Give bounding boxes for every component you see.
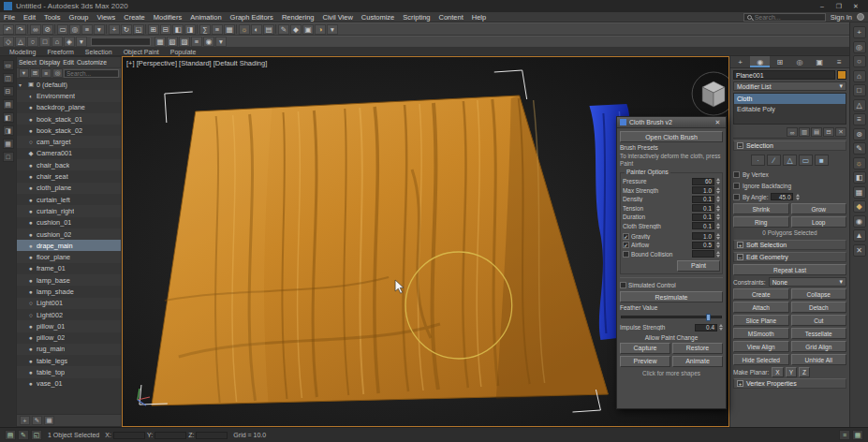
command-panel-tab[interactable]: ◎ xyxy=(790,56,810,67)
expand-arrow[interactable]: ▾ xyxy=(19,81,25,88)
explorer-menu-item[interactable]: Edit xyxy=(63,59,74,66)
dialog-action-button[interactable]: Animate xyxy=(672,356,723,367)
scene-object-row[interactable]: ● curtain_left xyxy=(17,194,121,205)
toolbar-icon[interactable]: ▾ xyxy=(94,24,105,35)
status-bar-icon[interactable]: ✎ xyxy=(18,430,29,440)
slider-thumb[interactable] xyxy=(706,314,711,321)
status-bar-icon[interactable]: ≡ xyxy=(839,430,850,440)
menu-item[interactable]: Views xyxy=(93,13,119,22)
dialog-title-bar[interactable]: Cloth Brush v2 ✕ xyxy=(617,117,726,128)
toolbar-icon[interactable]: ◈ xyxy=(64,37,75,47)
toolbar-icon[interactable]: ⊞ xyxy=(148,24,159,35)
explorer-footer-icon[interactable]: + xyxy=(20,416,30,425)
menu-item[interactable]: Help xyxy=(468,13,490,22)
subobject-mode-icon[interactable]: · xyxy=(751,155,765,166)
scene-object-row[interactable]: ● book_stack_02 xyxy=(17,125,121,136)
make-planar-axis-button[interactable]: X xyxy=(772,367,783,377)
make-planar-axis-button[interactable]: Z xyxy=(799,367,810,377)
feather-slider[interactable] xyxy=(620,313,723,321)
menu-item[interactable]: Animation xyxy=(186,13,225,22)
edit-geometry-button[interactable]: MSmooth xyxy=(733,328,789,339)
toolbar-icon[interactable]: ▦ xyxy=(154,37,166,47)
ignore-backfacing-checkbox[interactable] xyxy=(733,183,740,189)
paint-button[interactable]: Paint xyxy=(677,260,720,272)
status-bar-icon[interactable]: ▦ xyxy=(852,430,863,440)
layout-tab-icon[interactable]: ▦ xyxy=(3,139,14,149)
close-button[interactable]: ✕ xyxy=(847,1,864,12)
stack-tool-icon[interactable]: ▥ xyxy=(799,127,810,137)
edit-geometry-button[interactable]: Attach xyxy=(733,302,789,313)
checkbox[interactable]: ✓ xyxy=(623,242,629,248)
explorer-tool-icon[interactable]: ⊞ xyxy=(30,68,40,78)
right-strip-icon[interactable]: ≡ xyxy=(853,113,866,125)
modifier-stack-item[interactable]: Editable Poly xyxy=(734,104,846,114)
right-strip-icon[interactable]: ⌂ xyxy=(853,70,866,82)
scene-object-row[interactable]: ● lamp_base xyxy=(17,274,121,286)
right-strip-icon[interactable]: ✎ xyxy=(853,142,866,155)
right-strip-icon[interactable]: △ xyxy=(853,99,866,111)
explorer-tool-icon[interactable]: ≡ xyxy=(41,68,51,78)
stack-tool-icon[interactable]: ⊟ xyxy=(823,127,834,137)
dialog-action-button[interactable]: Preview xyxy=(620,356,670,367)
command-panel-tab[interactable]: ▣ xyxy=(810,56,830,67)
toolbar-icon[interactable]: ◎ xyxy=(69,24,81,35)
edit-geometry-button[interactable]: Tessellate xyxy=(791,328,847,339)
stack-tool-icon[interactable]: ∞ xyxy=(787,127,798,137)
parameter-value[interactable]: 1.0 xyxy=(692,186,714,194)
right-strip-icon[interactable]: ☼ xyxy=(853,157,866,169)
scene-object-row[interactable]: ● table_legs xyxy=(17,355,121,366)
toolbar-icon[interactable]: ◨ xyxy=(184,24,196,35)
command-panel-tab[interactable]: ≡ xyxy=(830,56,849,67)
right-strip-icon[interactable]: + xyxy=(853,26,866,38)
spinner[interactable] xyxy=(716,242,720,248)
grow-button[interactable]: Grow xyxy=(791,203,847,214)
modifier-stack-item[interactable]: Cloth xyxy=(734,94,846,104)
title-bar[interactable]: Untitled - Autodesk 3ds Max 2020 – ❐ ✕ xyxy=(0,0,868,12)
spinner[interactable] xyxy=(716,223,720,229)
toolbar-icon[interactable]: ⊘ xyxy=(42,24,53,35)
toolbar-icon[interactable] xyxy=(275,24,277,34)
toolbar-icon[interactable]: ↶ xyxy=(3,24,14,35)
explorer-menu-item[interactable]: Customize xyxy=(77,59,107,66)
rollout-soft-selection[interactable]: + Soft Selection xyxy=(733,240,846,250)
scene-object-row[interactable]: ● floor_plane xyxy=(17,251,121,262)
right-strip-icon[interactable]: ○ xyxy=(853,55,866,67)
rollout-edit-geometry[interactable]: − Edit Geometry xyxy=(733,252,846,262)
modifier-list-dropdown[interactable]: Modifier List ▾ xyxy=(733,81,846,91)
scene-object-row[interactable]: ● table_top xyxy=(17,366,121,377)
parameter-value[interactable]: 0.1 xyxy=(692,222,714,229)
toolbar-icon[interactable]: ◑ xyxy=(315,24,326,35)
scene-object-row[interactable]: ● curtain_right xyxy=(17,205,121,216)
constraints-dropdown[interactable]: None ▾ xyxy=(769,277,846,287)
checkbox-value[interactable]: 1.0 xyxy=(692,232,714,240)
spinner[interactable] xyxy=(796,194,800,200)
toolbar-icon[interactable]: ⌂ xyxy=(51,37,63,47)
explorer-tool-icon[interactable]: ◎ xyxy=(52,68,63,78)
toolbar-icon[interactable]: ☼ xyxy=(239,24,250,35)
right-strip-icon[interactable]: ◆ xyxy=(853,200,866,213)
parameter-value[interactable]: 60 xyxy=(692,178,714,185)
scene-object-row[interactable]: ● drape_main xyxy=(17,240,121,251)
spinner[interactable] xyxy=(716,214,720,220)
shrink-button[interactable]: Shrink xyxy=(733,203,789,214)
layout-tab-icon[interactable]: ▤ xyxy=(3,99,14,110)
scene-object-row[interactable]: ● backdrop_plane xyxy=(17,102,121,113)
toolbar-icon[interactable]: △ xyxy=(15,37,26,47)
menu-item[interactable]: Graph Editors xyxy=(227,13,277,22)
checkbox[interactable]: ✓ xyxy=(623,233,629,240)
edit-geometry-button[interactable]: Cut xyxy=(791,315,847,326)
scene-object-row[interactable]: ● pillow_01 xyxy=(17,320,121,332)
rollout-vertex-properties[interactable]: + Vertex Properties xyxy=(733,378,846,389)
toolbar-icon[interactable]: ◆ xyxy=(290,24,302,35)
toolbar-icon[interactable] xyxy=(54,24,56,34)
toolbar-icon[interactable] xyxy=(106,24,108,34)
object-name-field[interactable]: Plane001 xyxy=(733,70,835,80)
toolbar-icon[interactable]: ○ xyxy=(27,37,38,47)
explorer-footer-icon[interactable]: ▦ xyxy=(44,416,54,425)
angle-value[interactable]: 45.0 xyxy=(771,193,793,200)
by-angle-checkbox[interactable] xyxy=(733,194,740,200)
repeat-last-button[interactable]: Repeat Last xyxy=(733,264,846,275)
toolbar-icon[interactable]: ▾ xyxy=(327,24,338,35)
scene-object-row[interactable]: ● frame_01 xyxy=(17,263,121,274)
subobject-mode-icon[interactable]: △ xyxy=(783,155,797,166)
